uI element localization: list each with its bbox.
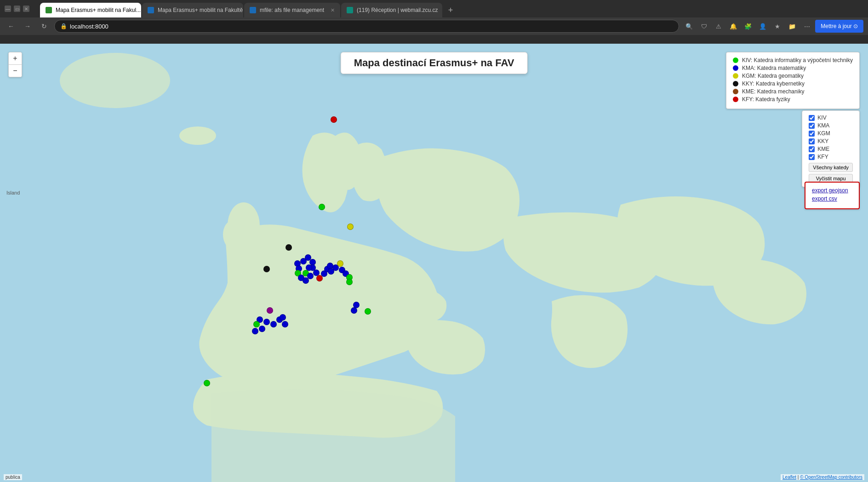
filter-checkbox-kfy[interactable]: [809, 154, 815, 160]
marker-28[interactable]: [351, 307, 357, 314]
forward-button[interactable]: →: [21, 20, 34, 33]
legend-item-kiv: KIV: Katedra informatiky a výpočetní tec…: [733, 57, 853, 63]
tab-1[interactable]: Mapa Erasmus+ mobilit na Fakul... ✕: [40, 3, 141, 17]
title-bar: — ▭ ✕ Mapa Erasmus+ mobilit na Fakul... …: [0, 0, 868, 17]
close-button[interactable]: ✕: [23, 6, 29, 12]
zoom-out-button[interactable]: −: [9, 65, 22, 77]
legend-label-kfy: KFY: Katedra fyziky: [742, 96, 790, 103]
filter-label-kfy: KFY: [817, 154, 828, 160]
filter-label-kiv: KIV: [817, 115, 826, 121]
legend-dot-kfy: [733, 97, 738, 102]
map-title-box: Mapa destinací Erasmus+ na FAV: [341, 52, 528, 74]
marker-36[interactable]: [263, 319, 270, 325]
address-text: localhost:8000: [70, 23, 108, 30]
update-button[interactable]: Mettre à jour ⊙: [815, 20, 863, 33]
export-csv-link[interactable]: export csv: [812, 195, 852, 202]
marker-31[interactable]: [263, 266, 270, 272]
zoom-in-button[interactable]: +: [9, 52, 22, 64]
leaflet-link[interactable]: Leaflet: [782, 475, 796, 480]
legend-label-kma: KMA: Katedra matematiky: [742, 65, 806, 71]
menu-icon[interactable]: ⋯: [800, 20, 813, 33]
legend-label-kme: KME: Katedra mechaniky: [742, 88, 804, 95]
notifications-icon[interactable]: 🔔: [727, 20, 740, 33]
legend-dot-kme: [733, 89, 738, 94]
map-container[interactable]: Island Mapa destinací Erasmus+ na FAV + …: [0, 44, 868, 482]
warning-icon-btn[interactable]: ⚠: [712, 20, 725, 33]
tab-3[interactable]: mfile: afs file management ✕: [244, 3, 340, 17]
marker-2[interactable]: [347, 224, 354, 230]
tabs-bar: Mapa Erasmus+ mobilit na Fakul... ✕ Mapa…: [36, 0, 462, 17]
legend-item-kgm: KGM: Katedra geomatiky: [733, 73, 853, 79]
legend-item-kfy: KFY: Katedra fyziky: [733, 96, 853, 103]
marker-40[interactable]: [280, 314, 286, 321]
browser-chrome: — ▭ ✕ Mapa Erasmus+ mobilit na Fakul... …: [0, 0, 868, 44]
export-box: export geojson export csv: [805, 182, 860, 209]
legend-dot-kky: [733, 81, 738, 86]
marker-1[interactable]: [319, 204, 325, 210]
all-categories-button[interactable]: Všechny katedy: [809, 163, 853, 172]
marker-41[interactable]: [282, 321, 288, 327]
attribution: Leaflet | © OpenStreetMap contributors: [781, 474, 864, 480]
legend-item-kma: KMA: Katedra matematiky: [733, 65, 853, 71]
filter-checkbox-kky[interactable]: [809, 138, 815, 144]
zoom-controls: + −: [8, 52, 22, 77]
tab-title-2: Mapa Erasmus+ mobilit na Fakultě ap...: [158, 7, 243, 13]
marker-38[interactable]: [270, 321, 277, 327]
legend-dot-kma: [733, 65, 738, 71]
filter-label-kma: KMA: [817, 122, 829, 129]
osm-link[interactable]: © OpenStreetMap contributors: [800, 475, 862, 480]
extensions-icon[interactable]: 🧩: [742, 20, 754, 33]
marker-42[interactable]: [204, 380, 210, 386]
maximize-button[interactable]: ▭: [14, 6, 20, 12]
tab-favicon-1: [46, 7, 52, 13]
legend-label-kgm: KGM: Katedra geomatiky: [742, 73, 804, 79]
filter-kgm: KGM: [809, 130, 853, 137]
tab-title-1: Mapa Erasmus+ mobilit na Fakul...: [56, 7, 141, 13]
legend-dot-kgm: [733, 73, 738, 79]
filter-box: KIV KMA KGM KKY KME KFY Všechny katedy V…: [802, 110, 860, 187]
marker-3[interactable]: [286, 244, 292, 251]
tab-2[interactable]: Mapa Erasmus+ mobilit na Fakultě ap... ✕: [142, 3, 243, 17]
marker-23[interactable]: [337, 260, 343, 267]
marker-29[interactable]: [353, 302, 360, 308]
svg-point-1: [60, 53, 170, 108]
collections-icon[interactable]: 📁: [786, 20, 799, 33]
filter-checkbox-kme[interactable]: [809, 146, 815, 152]
reload-button[interactable]: ↻: [38, 20, 51, 33]
lock-icon: 🔒: [60, 23, 67, 29]
new-tab-button[interactable]: +: [443, 3, 458, 17]
tab-close-3[interactable]: ✕: [331, 7, 335, 13]
filter-kfy: KFY: [809, 154, 853, 160]
filter-checkbox-kiv[interactable]: [809, 115, 815, 121]
marker-37[interactable]: [252, 328, 258, 334]
svg-point-2: [179, 126, 216, 145]
legend-box: KIV: Katedra informatiky a výpočetní tec…: [726, 52, 860, 109]
tab-4[interactable]: (119) Réception | webmail.zcu.cz ✕: [341, 3, 442, 17]
export-geojson-link[interactable]: export geojson: [812, 187, 852, 194]
map-title: Mapa destinací Erasmus+ na FAV: [354, 57, 514, 69]
search-icon-btn[interactable]: 🔍: [683, 20, 696, 33]
profile-icon[interactable]: 👤: [756, 20, 769, 33]
filter-checkbox-kgm[interactable]: [809, 131, 815, 137]
filter-kma: KMA: [809, 122, 853, 129]
minimize-button[interactable]: —: [5, 6, 11, 12]
marker-30[interactable]: [365, 308, 371, 315]
legend-label-kiv: KIV: Katedra informatiky a výpočetní tec…: [742, 57, 853, 63]
marker-27[interactable]: [346, 279, 353, 285]
marker-15[interactable]: [307, 273, 314, 279]
filter-checkbox-kma[interactable]: [809, 123, 815, 129]
filter-kky: KKY: [809, 138, 853, 144]
map-background: [0, 44, 868, 482]
shield-icon-btn[interactable]: 🛡: [697, 20, 710, 33]
address-input[interactable]: 🔒 localhost:8000: [54, 20, 679, 33]
marker-34[interactable]: [253, 321, 260, 327]
legend-dot-kiv: [733, 57, 738, 63]
filter-label-kme: KME: [817, 146, 829, 152]
marker-32[interactable]: [267, 307, 273, 314]
favorites-icon[interactable]: ★: [771, 20, 784, 33]
marker-35[interactable]: [259, 326, 265, 332]
marker-0[interactable]: [331, 116, 337, 123]
back-button[interactable]: ←: [5, 20, 17, 33]
filter-kme: KME: [809, 146, 853, 152]
tab-favicon-3: [250, 7, 256, 13]
